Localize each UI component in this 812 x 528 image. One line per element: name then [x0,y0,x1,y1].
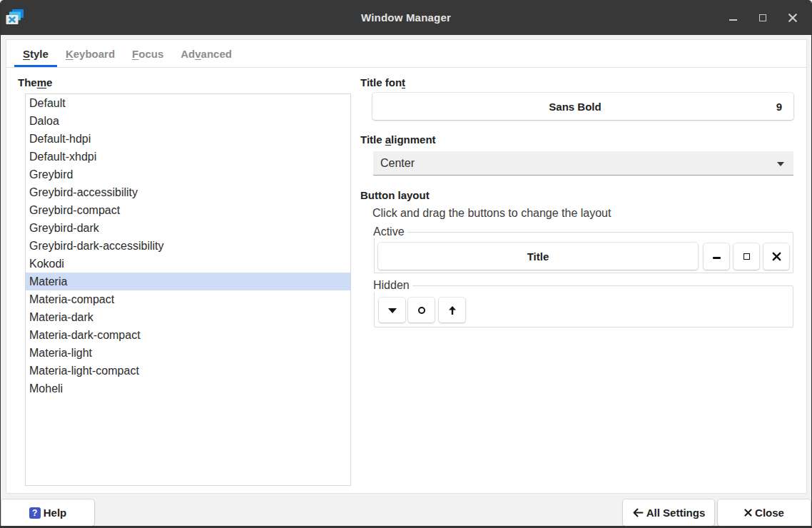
active-frame-label: Active [373,225,407,238]
theme-list-item[interactable]: Greybird-compact [26,201,350,219]
theme-list-item[interactable]: Materia [26,273,350,290]
theme-list-item[interactable]: Materia-dark-compact [26,326,350,344]
close-icon [744,509,752,517]
layout-title-button[interactable]: Title [378,243,698,270]
theme-list-item[interactable]: Default-xhdpi [26,148,350,166]
theme-list-item[interactable]: Kokodi [26,255,350,273]
shade-icon [447,305,457,315]
theme-list-item[interactable]: Materia-light-compact [26,362,350,380]
theme-list-item[interactable]: Moheli [26,380,350,397]
font-size: 9 [776,93,782,120]
button-layout-hint: Click and drag the buttons to change the… [372,207,611,220]
combo-dropdown-icon [777,162,784,166]
close-button[interactable]: Close [718,499,811,526]
help-icon: ? [29,507,41,519]
title-alignment-label: Title alignment [360,133,436,146]
theme-list-item[interactable]: Greybird-accessibility [26,183,350,201]
close-button-label: Close [755,507,784,519]
theme-list-item[interactable]: Greybird [26,166,350,183]
layout-stick-button[interactable] [408,298,435,323]
help-button[interactable]: ? Help [1,499,94,526]
theme-list-item[interactable]: Greybird-dark [26,219,350,237]
minimize-icon [729,19,737,21]
all-settings-label: All Settings [646,507,706,519]
settings-notebook: StyleKeyboardFocusAdvanced Theme Default… [6,39,807,494]
titlebar[interactable]: Window Manager [0,0,812,35]
title-alignment-select[interactable]: Center [373,151,793,176]
tab[interactable]: Style [14,40,57,67]
theme-list-item[interactable]: Daloa [26,112,350,130]
window-manager-dialog: Window Manager StyleKeyboardFocusAdvance… [0,0,812,528]
help-button-label: Help [44,507,67,519]
title-alignment-value: Center [380,157,415,170]
layout-minimize-button[interactable] [704,243,729,270]
layout-menu-button[interactable] [379,298,405,323]
title-font-button[interactable]: Sans Bold 9 [372,93,793,120]
tab-strip: StyleKeyboardFocusAdvanced [6,40,806,68]
tab[interactable]: Advanced [172,40,240,67]
all-settings-button[interactable]: All Settings [623,499,714,526]
window-maximize-button[interactable] [752,0,773,35]
window-close-button[interactable] [782,0,803,35]
layout-shade-button[interactable] [439,298,465,323]
theme-label: Theme [18,76,52,88]
tab[interactable]: Focus [123,40,172,67]
font-name: Sans Bold [549,101,601,113]
stick-icon [418,307,425,314]
close-icon [788,13,798,23]
close-icon [772,252,781,261]
theme-list-item[interactable]: Materia-compact [26,290,350,308]
hidden-buttons-frame [374,285,793,328]
theme-list-item[interactable]: Default [26,94,350,112]
theme-list-item[interactable]: Default-hdpi [26,130,350,148]
back-arrow-icon [632,508,644,517]
layout-maximize-button[interactable] [734,243,759,270]
tab[interactable]: Keyboard [57,40,123,67]
minimize-icon [713,257,721,259]
title-font-label: Title font [360,76,405,88]
window-controls [714,0,803,35]
theme-list[interactable]: DefaultDaloaDefault-hdpiDefault-xhdpiGre… [25,93,351,486]
button-layout-label: Button layout [360,189,430,201]
active-buttons-frame: Title [374,232,793,273]
maximize-icon [744,253,750,260]
hidden-frame-label: Hidden [373,279,412,292]
theme-list-item[interactable]: Materia-light [26,344,350,362]
window-title: Window Manager [0,0,812,35]
maximize-icon [759,14,766,21]
menu-icon [388,308,397,313]
theme-list-item[interactable]: Greybird-dark-accessibility [26,237,350,255]
theme-list-item[interactable]: Materia-dark [26,308,350,326]
layout-close-button[interactable] [763,243,789,270]
window-minimize-button[interactable] [722,0,744,35]
